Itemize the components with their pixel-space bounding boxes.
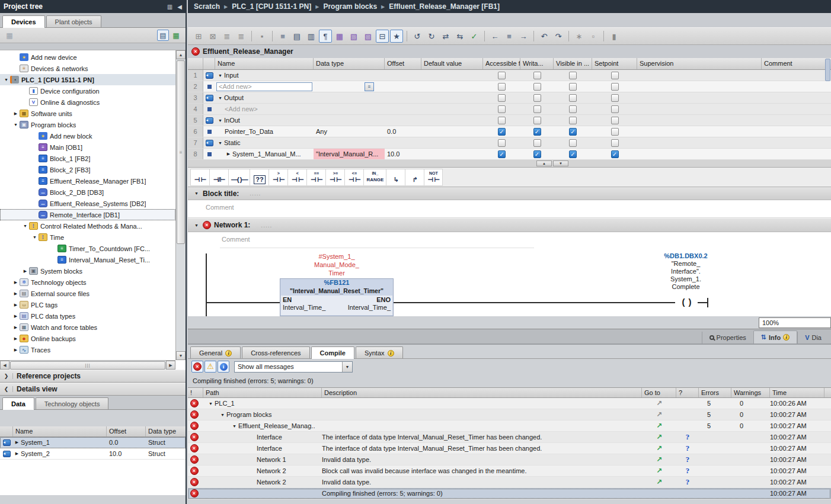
previous-error-icon[interactable]: ↺ (411, 30, 424, 43)
setpoint-checkbox[interactable] (611, 139, 619, 147)
block-comment-field[interactable]: Comment (188, 200, 831, 218)
writable-checkbox[interactable] (533, 150, 541, 158)
tree-item-remote-interface[interactable]: Remote_Interface [DB1] (0, 209, 175, 220)
interface-row-inout[interactable]: 5 InOut (188, 115, 831, 126)
compare-greater-icon[interactable]: >⊣ ⊢ (269, 169, 287, 186)
setpoint-checkbox[interactable] (611, 150, 619, 158)
tab-syntax[interactable]: Syntaxi (356, 346, 403, 358)
tree-item-program-blocks[interactable]: Program blocks (0, 119, 175, 130)
go-to-icon[interactable]: ↗ (656, 422, 662, 430)
lad-network-canvas[interactable]: #System_1_ Manual_Mode_ Timer %FB121 "In… (188, 251, 831, 316)
in-range-icon[interactable]: IN_RANGE (363, 169, 386, 186)
table-vertical-scrollbar[interactable] (825, 59, 830, 81)
tab-technology-objects[interactable]: Technology objects (36, 397, 109, 409)
setpoint-checkbox[interactable] (611, 83, 619, 91)
compare-equal-icon[interactable]: ==⊣ ⊢ (306, 169, 325, 186)
chevron-down-icon[interactable]: ▼ (342, 362, 352, 372)
expander-icon[interactable] (12, 111, 20, 116)
tree-item-control-related-methods[interactable]: Control Related Methods & Mana... (0, 220, 175, 232)
accessible-checkbox[interactable] (498, 150, 506, 158)
setpoint-checkbox[interactable] (611, 117, 619, 124)
visible-checkbox[interactable] (569, 72, 577, 79)
writable-checkbox[interactable] (533, 94, 541, 102)
open-branch-icon[interactable]: ↳ (386, 169, 405, 186)
expander-icon[interactable] (31, 235, 39, 239)
tree-item-effluent-release-systems[interactable]: Effluent_Release_Systems [DB2] (0, 198, 175, 209)
accessible-checkbox[interactable] (498, 83, 506, 91)
absolute-operands-icon[interactable]: ≡ (503, 30, 516, 43)
filter-info-icon[interactable]: i (218, 361, 229, 373)
add-new-input[interactable]: <Add new> (216, 82, 312, 91)
next-error-icon[interactable]: ↻ (425, 30, 438, 43)
message-row-network1[interactable]: Network 1 Invalid data type. ↗ ? 10:00:2… (188, 454, 831, 466)
expander-icon[interactable] (12, 325, 20, 330)
fb-name[interactable]: "Interval_Manual_Reset_Timer" (280, 287, 393, 296)
tree-item-block1[interactable]: Block_1 [FB2] (0, 153, 175, 164)
tree-item-timer-to-countdown[interactable]: Timer_To_Countdown [FC... (0, 243, 175, 254)
tab-data[interactable]: Data (2, 397, 34, 410)
go-to-previous-icon[interactable]: ← (488, 30, 501, 43)
coil-icon[interactable]: —( )— (228, 169, 250, 186)
auto-collapse-icon[interactable]: ▥ (167, 4, 172, 10)
collapse-networks-icon[interactable]: ▥ (305, 30, 318, 43)
accessible-checkbox[interactable] (498, 128, 506, 136)
breadcrumb-plc[interactable]: PLC_1 [CPU 1511-1 PN] (232, 2, 311, 11)
filter-errors-icon[interactable] (191, 361, 203, 373)
writable-checkbox[interactable] (533, 128, 541, 136)
favorites-toggle-icon[interactable]: ★ (390, 30, 403, 43)
scroll-left-icon[interactable]: ◀ (0, 361, 9, 370)
tree-item-external-source-files[interactable]: External source files (0, 288, 175, 299)
message-row-network2-blockcall[interactable]: Network 2 Block call was invalid because… (188, 466, 831, 477)
message-row-interface-2[interactable]: Interface The interface of data type Int… (188, 443, 831, 454)
tab-general[interactable]: Generali (190, 346, 241, 358)
expander-icon[interactable] (12, 291, 20, 296)
tree-item-time-folder[interactable]: Time (0, 232, 175, 243)
interface-row-output[interactable]: 3 Output (188, 92, 831, 104)
en-pin[interactable]: EN (283, 296, 292, 303)
setpoint-checkbox[interactable] (611, 128, 619, 136)
tab-properties[interactable]: Properties (702, 332, 753, 344)
visible-checkbox[interactable] (569, 128, 577, 136)
setpoint-checkbox[interactable] (611, 105, 619, 113)
accessible-checkbox[interactable] (498, 72, 506, 79)
tab-devices[interactable]: Devices (2, 15, 45, 28)
accessible-checkbox[interactable] (498, 117, 506, 124)
eno-pin[interactable]: ENO (376, 296, 391, 303)
param-out[interactable]: Interval_Time_ (348, 304, 391, 311)
expander-icon[interactable] (21, 224, 29, 228)
expander-icon[interactable] (193, 191, 200, 195)
keep-actual-values-icon[interactable]: ▪ (255, 30, 269, 43)
go-to-icon[interactable]: ↗ (656, 444, 662, 452)
details-row-system2[interactable]: System_2 10.0 Struct (0, 448, 186, 460)
expander-icon[interactable] (216, 73, 224, 78)
chevron-right-icon[interactable]: ❯ (0, 373, 13, 379)
message-row-effluent-block[interactable]: Effluent_Release_Manag.. ↗ 5 0 10:00:27 … (188, 420, 831, 432)
visible-checkbox[interactable] (569, 94, 577, 102)
go-to-icon[interactable]: ↗ (656, 478, 662, 486)
expander-icon[interactable] (21, 269, 29, 274)
expander-icon[interactable] (219, 413, 226, 417)
tree-vertical-scrollbar[interactable]: ▲ ≡ ▼ (175, 50, 186, 360)
expander-icon[interactable] (216, 118, 224, 123)
scroll-up-icon[interactable]: ▲ (536, 160, 552, 166)
tree-item-block2-db[interactable]: Block_2_DB [DB3] (0, 187, 175, 198)
interface-row-input[interactable]: 1 Input (188, 70, 831, 81)
compare-less-equal-icon[interactable]: <=⊣ ⊢ (344, 169, 363, 186)
interface-row-static[interactable]: 7 Static (188, 137, 831, 149)
zoom-level-input[interactable]: 100% (759, 317, 831, 328)
tree-item-online-diagnostics[interactable]: Online & diagnostics (0, 97, 175, 108)
fb-call-box[interactable]: %FB121 "Interval_Manual_Reset_Timer" EN … (280, 278, 394, 316)
message-row-plc1[interactable]: PLC_1 ↗ 5 0 10:00:26 AM (188, 398, 831, 409)
setpoint-checkbox[interactable] (611, 72, 619, 79)
align-network-icon[interactable]: ≡ (276, 30, 289, 43)
go-to-next-icon[interactable]: → (517, 30, 530, 43)
monitoring-icon[interactable]: ∗ (573, 30, 586, 43)
tree-item-devices-networks[interactable]: Devices & networks (0, 63, 175, 74)
insert-row-after-icon[interactable]: ≣ (235, 30, 248, 43)
message-filter-dropdown[interactable]: Show all messages ▼ (234, 361, 353, 373)
scrollbar-thumb[interactable]: ≡ (177, 60, 185, 244)
delete-row-icon[interactable]: ⊠ (206, 30, 219, 43)
filter-warnings-icon[interactable]: ⚠ (204, 361, 216, 373)
breadcrumb-project[interactable]: Scratch (194, 2, 220, 11)
call-environment-icon[interactable]: ▫ (587, 30, 600, 43)
